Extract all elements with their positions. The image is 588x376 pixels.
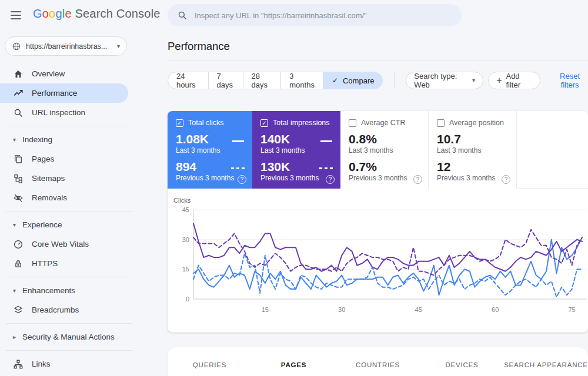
- metric-value-previous: 130K: [260, 160, 332, 173]
- metric-tiles: ✓ Total clicks 1.08K Last 3 months 894 P…: [168, 111, 588, 189]
- sidebar-item-label: Performance: [32, 89, 77, 98]
- sidebar-item-url-inspection[interactable]: URL inspection: [0, 103, 128, 122]
- chart-area: Clicks 01530451530456075: [168, 189, 588, 327]
- gauge-icon: [13, 239, 24, 250]
- sidebar-item-label: Core Web Vitals: [32, 240, 89, 249]
- app-logo[interactable]: Google Search Console: [33, 7, 161, 21]
- filter-bar: 24 hours 7 days 28 days 3 months ✓ Compa…: [168, 71, 588, 90]
- sidebar-item-links[interactable]: Links: [0, 354, 128, 374]
- metric-value-previous: 0.7%: [349, 160, 420, 173]
- metric-tile-total-impressions[interactable]: ✓ Total impressions 140K Last 3 months 1…: [252, 111, 340, 189]
- help-icon[interactable]: ?: [326, 175, 335, 184]
- page-title: Performance: [168, 40, 588, 53]
- sidebar-group-label: Enhancements: [22, 286, 75, 295]
- sidebar-group-experience[interactable]: ▾ Experience: [0, 215, 128, 234]
- range-chip-24-hours[interactable]: 24 hours: [168, 72, 209, 89]
- solid-line-legend-icon: [320, 140, 332, 142]
- help-icon[interactable]: ?: [238, 175, 246, 184]
- sidebar-item-removals[interactable]: Removals: [0, 188, 128, 207]
- compare-chip-label: Compare: [343, 76, 374, 85]
- sidebar-item-breadcrumbs[interactable]: Breadcrumbs: [0, 300, 128, 320]
- range-chip-28-days[interactable]: 28 days: [243, 72, 282, 89]
- metric-period-previous: Previous 3 months: [349, 174, 420, 182]
- trending-up-icon: [13, 88, 24, 99]
- sidebar-item-label: Links: [32, 360, 51, 368]
- sidebar-item-core-web-vitals[interactable]: Core Web Vitals: [0, 234, 128, 254]
- sidebar-group-indexing[interactable]: ▾ Indexing: [0, 130, 128, 149]
- metric-tile-average-position[interactable]: Average position 10.7 Last 3 months 12 P…: [429, 111, 517, 189]
- metric-tile-average-ctr[interactable]: Average CTR 0.8% Last 3 months 0.7% Prev…: [340, 111, 429, 189]
- sidebar-divider: [6, 211, 132, 212]
- svg-text:45: 45: [415, 306, 422, 313]
- metric-period-current: Last 3 months: [349, 146, 420, 155]
- magnifier-icon: [13, 108, 24, 118]
- metric-value-previous: 894: [176, 160, 244, 173]
- checkbox-unchecked-icon[interactable]: [349, 119, 356, 127]
- svg-text:30: 30: [338, 306, 345, 313]
- sidebar-group-label: Experience: [22, 220, 62, 229]
- svg-text:75: 75: [568, 306, 575, 313]
- reset-filters-link[interactable]: Reset filters: [552, 72, 588, 89]
- sidebar-group-security[interactable]: ▸ Security & Manual Actions: [0, 327, 128, 347]
- property-selector[interactable]: https://barreirinhasbras... ▾: [5, 36, 127, 56]
- tab-countries[interactable]: COUNTRIES: [336, 347, 420, 376]
- tiles-spacer: [517, 111, 588, 188]
- compare-chip[interactable]: ✓ Compare: [323, 72, 383, 89]
- pages-icon: [13, 154, 24, 164]
- sidebar-item-performance[interactable]: Performance: [0, 83, 128, 103]
- svg-text:45: 45: [182, 206, 189, 213]
- range-chip-7-days[interactable]: 7 days: [209, 72, 243, 89]
- sidebar-item-label: HTTPS: [32, 259, 58, 268]
- sidebar-item-label: Breadcrumbs: [32, 306, 79, 314]
- checkbox-unchecked-icon[interactable]: [437, 119, 445, 127]
- sidebar-group-enhancements[interactable]: ▾ Enhancements: [0, 281, 128, 300]
- tab-label: SEARCH APPEARANCE: [504, 361, 588, 368]
- sidebar-divider: [6, 277, 132, 277]
- range-chip-3-months[interactable]: 3 months: [281, 72, 323, 89]
- tab-label: QUERIES: [193, 361, 226, 368]
- tab-pages[interactable]: PAGES: [252, 347, 336, 376]
- svg-text:60: 60: [492, 306, 499, 313]
- metric-period-current: Last 3 months: [176, 146, 244, 155]
- sidebar-item-overview[interactable]: Overview: [0, 64, 128, 83]
- dashed-line-legend-icon: [231, 167, 245, 169]
- search-type-dropdown[interactable]: Search type: Web ▾: [406, 72, 483, 89]
- chevron-down-icon: ▾: [472, 78, 475, 83]
- sidebar-item-https[interactable]: HTTPS: [0, 254, 128, 273]
- metric-title: Average CTR: [361, 119, 406, 127]
- help-icon[interactable]: ?: [413, 175, 422, 184]
- chevron-right-icon: ▸: [13, 334, 16, 340]
- tab-search-appearance[interactable]: SEARCH APPEARANCE: [504, 347, 588, 376]
- sidebar-item-pages[interactable]: Pages: [0, 149, 128, 169]
- url-inspect-searchbar: [168, 4, 462, 26]
- check-icon: ✓: [332, 76, 338, 85]
- google-logo: Google: [33, 7, 72, 20]
- url-inspect-input[interactable]: [195, 11, 452, 20]
- metric-value-current: 0.8%: [349, 132, 420, 146]
- sitemap-icon: [13, 173, 24, 184]
- checkbox-checked-icon[interactable]: ✓: [260, 119, 268, 127]
- filter-separator: [394, 73, 395, 88]
- search-type-label: Search type: Web: [414, 72, 468, 89]
- sidebar-divider: [6, 126, 132, 126]
- search-icon: [177, 10, 188, 21]
- chevron-down-icon: ▾: [13, 222, 16, 228]
- metric-period-previous: Previous 3 months: [176, 174, 244, 182]
- svg-text:0: 0: [186, 296, 189, 303]
- checkbox-checked-icon[interactable]: ✓: [176, 119, 183, 127]
- help-icon[interactable]: ?: [502, 175, 510, 184]
- sidebar-item-label: Overview: [32, 69, 65, 78]
- chart-y-axis-title: Clicks: [173, 197, 588, 204]
- tab-queries[interactable]: QUERIES: [168, 347, 252, 376]
- metric-tile-total-clicks[interactable]: ✓ Total clicks 1.08K Last 3 months 894 P…: [168, 111, 252, 189]
- add-filter-button[interactable]: + Add filter: [488, 72, 540, 89]
- chevron-down-icon: ▾: [117, 43, 120, 49]
- svg-text:15: 15: [182, 266, 189, 273]
- plus-icon: +: [496, 75, 502, 86]
- menu-icon[interactable]: [11, 9, 22, 21]
- sidebar-item-sitemaps[interactable]: Sitemaps: [0, 169, 128, 188]
- metric-period-previous: Previous 3 months: [437, 174, 508, 182]
- tab-devices[interactable]: DEVICES: [420, 347, 504, 376]
- metric-title: Total clicks: [188, 119, 223, 127]
- metric-value-current: 140K: [260, 132, 332, 146]
